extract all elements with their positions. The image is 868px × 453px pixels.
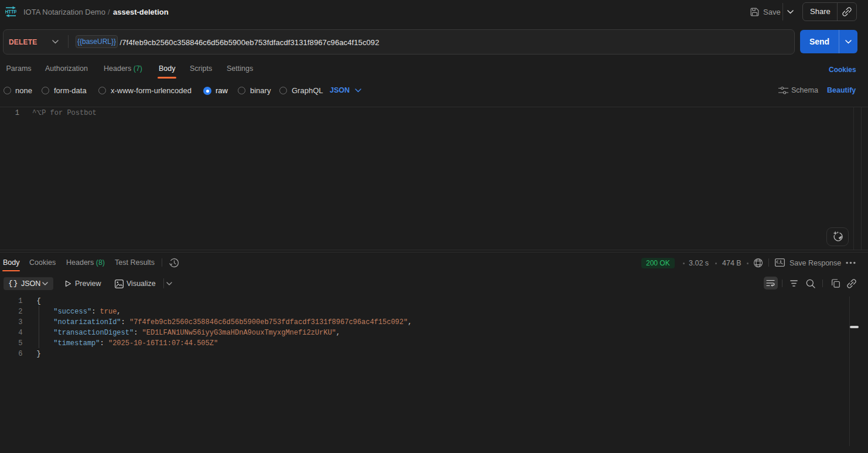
- svg-text:HTTP: HTTP: [5, 9, 16, 15]
